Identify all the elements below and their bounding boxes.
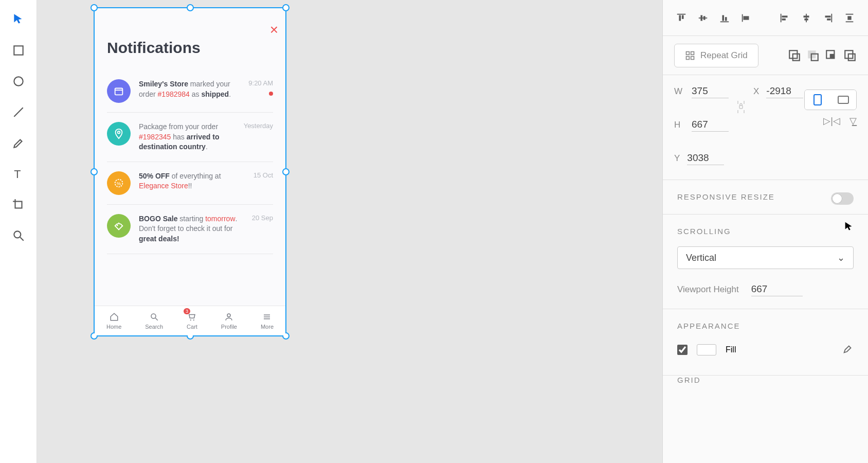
notification-avatar-icon: % [107,171,131,195]
scrolling-select[interactable]: Vertical ⌄ [677,246,854,269]
search-icon [150,312,159,323]
orientation-toggle [804,90,857,110]
repeat-grid-label: Repeat Grid [700,50,748,61]
notification-text: Package from your order #1982345 has arr… [139,122,239,152]
svg-point-7 [14,231,21,238]
boolean-subtract-icon[interactable] [806,49,820,62]
cart-badge: 3 [184,308,190,314]
rectangle-tool[interactable] [10,42,27,59]
artboard-selected[interactable]: × Notifications Smiley's Store marked yo… [94,7,286,336]
notification-time: 15 Oct [254,171,273,195]
y-input[interactable] [687,151,724,165]
scrolling-value: Vertical [686,253,716,263]
zoom-tool[interactable] [10,227,27,244]
svg-line-15 [155,318,158,320]
scrolling-section: SCROLLING Vertical ⌄ Viewport Height [663,215,868,309]
tab-home[interactable]: Home [106,312,121,330]
align-right-button[interactable] [821,11,835,25]
align-left-button[interactable] [777,11,792,25]
inspector-panel: Repeat Grid W X [662,0,868,463]
tab-cart[interactable]: 3Cart [187,312,197,330]
svg-rect-48 [691,56,694,59]
svg-line-2 [14,108,23,116]
landscape-button[interactable] [830,90,856,110]
distribute-v-button[interactable] [739,11,753,25]
line-tool[interactable] [10,104,27,120]
responsive-resize-row: RESPONSIVE RESIZE [663,180,868,215]
svg-rect-38 [804,18,808,20]
boolean-intersect-icon[interactable] [825,49,838,62]
svg-point-10 [118,131,120,134]
notification-avatar-icon [107,122,131,146]
tab-label: Cart [187,324,197,330]
lock-icon[interactable] [737,100,745,117]
artboard-tool[interactable] [10,197,27,213]
align-group-vertical [674,11,753,25]
width-input[interactable] [692,84,729,98]
align-middle-button[interactable] [696,11,710,25]
svg-rect-40 [825,15,831,17]
notification-avatar-icon [107,214,131,238]
close-icon[interactable]: × [270,22,278,38]
notification-item[interactable]: Smiley's Store marked your order #198298… [107,70,273,113]
svg-rect-26 [700,15,702,21]
ellipse-tool[interactable] [10,73,27,90]
artboard-content: × Notifications Smiley's Store marked yo… [95,8,285,335]
svg-point-1 [14,77,23,85]
tab-search[interactable]: Search [145,312,163,330]
left-toolbar: T [0,0,37,463]
svg-rect-30 [725,17,727,21]
align-group-horizontal [777,11,857,25]
align-top-button[interactable] [674,11,689,25]
height-input[interactable] [692,118,729,132]
distribute-h-button[interactable] [842,11,857,25]
text-icon: T [12,167,25,181]
square-icon [12,44,25,57]
svg-rect-59 [838,96,848,103]
svg-rect-24 [682,15,684,19]
eyedropper-icon[interactable] [842,343,854,357]
svg-text:T: T [14,168,21,181]
select-tool[interactable] [10,11,27,28]
x-label: X [753,86,759,97]
svg-rect-58 [814,95,821,105]
svg-point-14 [151,314,156,318]
svg-rect-27 [703,16,706,20]
page-title: Notifications [107,39,201,57]
circle-icon [12,75,25,88]
svg-rect-57 [739,105,743,109]
tab-profile[interactable]: Profile [221,312,237,330]
svg-rect-34 [782,15,788,17]
appearance-label: APPEARANCE [677,322,740,330]
svg-line-8 [20,237,24,241]
repeat-grid-row: Repeat Grid [663,36,868,75]
align-center-button[interactable] [799,11,813,25]
portrait-button[interactable] [805,90,830,110]
notification-item[interactable]: Package from your order #1982345 has arr… [107,113,273,162]
pen-tool[interactable] [10,135,27,151]
fill-checkbox[interactable] [677,345,688,355]
pen-icon [12,136,25,150]
align-bottom-button[interactable] [717,11,732,25]
notification-item[interactable]: BOGO Sale starting tomorrow. Don't forge… [107,205,273,254]
svg-rect-50 [793,54,800,60]
repeat-grid-button[interactable]: Repeat Grid [674,44,758,67]
text-tool[interactable]: T [10,166,27,182]
svg-rect-9 [115,88,123,95]
tab-label: More [261,324,274,330]
flip-vertical-icon[interactable]: ▽̲ [849,115,857,127]
viewport-height-input[interactable] [751,282,803,296]
svg-rect-54 [830,54,835,58]
notification-list: Smiley's Store marked your order #198298… [107,70,273,254]
fill-swatch[interactable] [697,344,716,355]
responsive-toggle[interactable] [831,192,854,205]
tab-bar: HomeSearch3CartProfileMore [95,306,285,335]
tab-more[interactable]: More [261,312,274,330]
svg-rect-29 [722,15,724,21]
boolean-exclude-icon[interactable] [843,49,857,62]
boolean-add-icon[interactable] [788,49,801,62]
notification-time: 20 Sep [252,214,273,244]
notification-item[interactable]: %50% OFF of everything at Elegance Store… [107,162,273,205]
cursor-icon [12,13,25,26]
flip-horizontal-icon[interactable]: ▷|◁ [823,115,840,127]
